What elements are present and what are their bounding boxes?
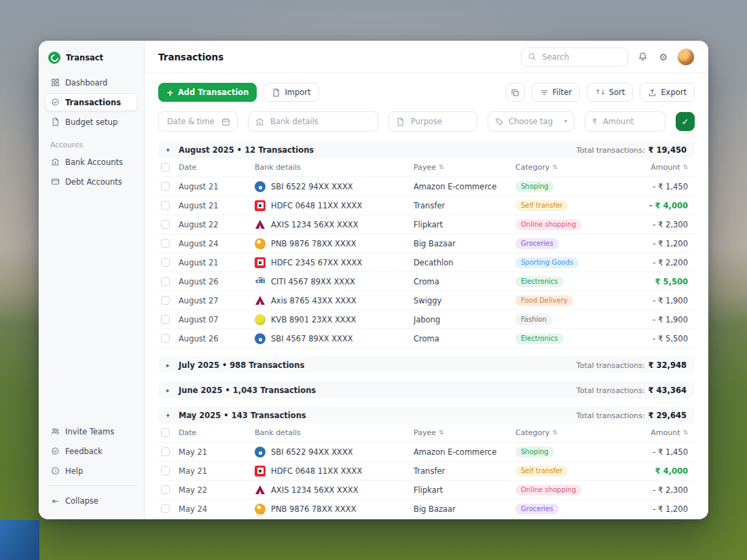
search-box[interactable] xyxy=(521,48,628,67)
select-all-checkbox[interactable] xyxy=(161,428,170,437)
transaction-row[interactable]: May 21 HDFC 0648 11XX XXXX Transfer Self… xyxy=(158,462,695,481)
copy-button[interactable] xyxy=(506,83,525,102)
cell-bank: KVB 8901 23XX XXXX xyxy=(255,314,414,325)
sidebar-item-help[interactable]: ? Help xyxy=(45,462,137,480)
sidebar-item-bank-accounts[interactable]: Bank Accounts xyxy=(45,153,137,171)
column-amount[interactable]: Amount⇅ xyxy=(646,428,688,437)
category-badge: Shoping xyxy=(515,181,554,192)
filter-button[interactable]: Filter xyxy=(532,83,580,102)
group-total-value: ₹ 29,645 xyxy=(649,411,687,420)
cell-date: August 22 xyxy=(179,220,255,229)
group-header[interactable]: ▾ May 2025 • 143 Transactions Total tran… xyxy=(158,407,695,424)
export-button[interactable]: Export xyxy=(640,83,695,102)
sort-icon: ↑↓ xyxy=(595,89,605,96)
transaction-row[interactable]: August 24 PNB 9876 78XX XXXX Big Bazaar … xyxy=(158,234,695,253)
row-checkbox[interactable] xyxy=(161,220,170,229)
group-caret-icon: ▾ xyxy=(166,412,173,419)
notifications-button[interactable] xyxy=(636,50,649,63)
sidebar-item-debt-accounts[interactable]: Debt Accounts xyxy=(45,172,137,191)
cell-amount: ₹ 5,500 xyxy=(646,277,688,286)
row-checkbox[interactable] xyxy=(161,258,170,267)
row-checkbox[interactable] xyxy=(161,201,170,210)
row-checkbox[interactable] xyxy=(161,315,170,324)
check-icon: ✓ xyxy=(682,117,689,127)
group-header[interactable]: ▾ August 2025 • 12 Transactions Total tr… xyxy=(158,141,695,158)
row-checkbox[interactable] xyxy=(161,504,170,513)
transaction-row[interactable]: May 22 AXIS 1234 56XX XXXX Flipkart Onli… xyxy=(158,481,695,500)
collapse-sidebar-button[interactable]: ⇤ Collapse xyxy=(45,491,137,510)
category-badge: Electronics xyxy=(515,333,564,344)
amount-filter[interactable]: ₹ xyxy=(585,111,666,132)
group-total-value: ₹ 43,364 xyxy=(649,386,687,395)
category-badge: Groceries xyxy=(515,238,559,249)
transaction-row[interactable]: August 27 Axis 8765 43XX XXXX Swiggy Foo… xyxy=(158,291,695,310)
purpose-input[interactable] xyxy=(409,116,470,127)
main-content: Transactions ⚙ + Add Transaction xyxy=(145,41,708,519)
bank-details-filter[interactable] xyxy=(248,111,378,132)
transaction-row[interactable]: August 21 HDFC 2345 67XX XXXX Decathlon … xyxy=(158,253,695,272)
cell-payee: Flipkart xyxy=(414,220,515,229)
group-total-value: ₹ 32,948 xyxy=(649,360,687,370)
row-checkbox[interactable] xyxy=(161,466,170,475)
transaction-row[interactable]: August 07 KVB 8901 23XX XXXX Jabong Fash… xyxy=(158,310,695,329)
column-category[interactable]: Category⇅ xyxy=(515,428,646,437)
cell-date: August 24 xyxy=(179,239,255,248)
group-total: Total transactions: ₹ 32,948 xyxy=(577,360,687,370)
row-checkbox[interactable] xyxy=(161,296,170,305)
row-checkbox[interactable] xyxy=(161,447,170,456)
search-input[interactable] xyxy=(541,52,621,62)
date-filter[interactable] xyxy=(158,111,238,132)
sidebar-item-transactions[interactable]: Transactions xyxy=(45,93,137,111)
add-transaction-button[interactable]: + Add Transaction xyxy=(158,83,257,102)
tag-filter[interactable]: Choose tag ▾ xyxy=(488,111,575,132)
transaction-row[interactable]: May 21 SBI 6522 94XX XXXX Amazon E-comme… xyxy=(158,443,695,462)
import-button[interactable]: Import xyxy=(263,83,318,102)
topbar-actions: ⚙ xyxy=(521,48,695,67)
amount-input[interactable] xyxy=(602,116,658,127)
transaction-row[interactable]: May 21 HDFC 2345 67XX XXXX Decathlon Spo… xyxy=(158,519,695,519)
group-total: Total transactions: ₹ 19,450 xyxy=(577,145,687,155)
transaction-row[interactable]: May 24 PNB 9876 78XX XXXX Big Bazaar Gro… xyxy=(158,500,695,519)
transaction-row[interactable]: August 22 AXIS 1234 56XX XXXX Flipkart O… xyxy=(158,215,695,234)
group-header[interactable]: ▸ July 2025 • 988 Transactions Total tra… xyxy=(158,356,695,373)
column-payee[interactable]: Payee⇅ xyxy=(414,428,515,437)
transaction-row[interactable]: August 26 SBI 4567 89XX XXXX Croma Elect… xyxy=(158,329,695,348)
tag-icon xyxy=(495,117,504,126)
sidebar-item-dashboard[interactable]: Dashboard xyxy=(45,73,137,92)
sort-button[interactable]: ↑↓ Sort xyxy=(587,83,633,102)
tag-placeholder: Choose tag xyxy=(509,117,560,126)
app-logo: Transact xyxy=(45,50,137,73)
cell-amount: - ₹ 2,300 xyxy=(646,485,688,495)
purpose-filter[interactable] xyxy=(388,111,477,132)
transaction-row[interactable]: August 21 SBI 6522 94XX XXXX Amazon E-co… xyxy=(158,177,695,196)
sidebar-item-invite-teams[interactable]: Invite Teams xyxy=(45,422,137,441)
column-amount[interactable]: Amount⇅ xyxy=(646,163,688,172)
row-checkbox[interactable] xyxy=(161,485,170,494)
select-all-cell xyxy=(161,163,179,172)
bank-icon xyxy=(255,181,266,192)
transaction-row[interactable]: August 21 HDFC 0648 11XX XXXX Transfer S… xyxy=(158,196,695,215)
sidebar-item-feedback[interactable]: Feedback xyxy=(45,442,137,460)
row-checkbox[interactable] xyxy=(161,277,170,286)
sidebar-item-budget-setup[interactable]: Budget setup xyxy=(45,113,137,131)
users-icon xyxy=(51,427,60,436)
transaction-group: ▸ July 2025 • 988 Transactions Total tra… xyxy=(158,356,695,373)
date-filter-input[interactable] xyxy=(166,116,217,127)
row-checkbox[interactable] xyxy=(161,239,170,248)
transaction-row[interactable]: August 26 CITI 4567 89XX XXXX Croma Elec… xyxy=(158,272,695,291)
category-badge: Food Delivery xyxy=(515,295,573,306)
user-avatar[interactable] xyxy=(677,48,695,66)
group-header[interactable]: ▸ June 2025 • 1,043 Transactions Total t… xyxy=(158,381,695,398)
select-all-checkbox[interactable] xyxy=(161,163,170,172)
row-checkbox[interactable] xyxy=(161,334,170,343)
cell-amount: - ₹ 1,200 xyxy=(646,504,688,514)
settings-button[interactable]: ⚙ xyxy=(657,51,669,63)
column-payee[interactable]: Payee⇅ xyxy=(414,163,515,172)
apply-filters-button[interactable]: ✓ xyxy=(676,112,695,131)
group-total-label: Total transactions: xyxy=(577,146,645,155)
row-checkbox[interactable] xyxy=(161,182,170,191)
column-category[interactable]: Category⇅ xyxy=(515,163,646,172)
cell-category: Fashion xyxy=(515,314,646,325)
bank-details-input[interactable] xyxy=(269,116,371,127)
debt-card-icon xyxy=(51,177,60,186)
